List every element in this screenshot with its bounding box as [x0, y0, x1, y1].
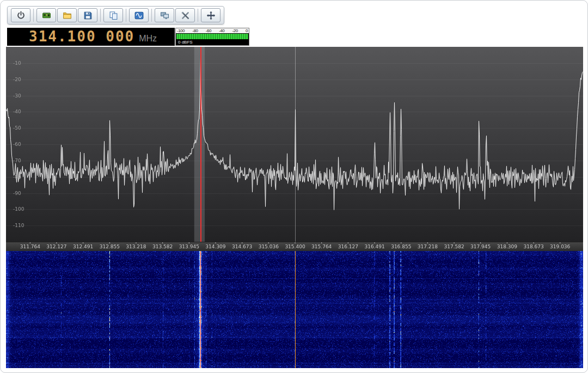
frequency-display[interactable]: 314.100 000 MHz	[7, 28, 175, 46]
meter-scale-label: -100	[177, 28, 185, 33]
power-icon	[16, 11, 26, 20]
power-button[interactable]	[11, 8, 30, 22]
open-file-button[interactable]	[57, 8, 77, 22]
pages-icon	[109, 11, 118, 20]
remote-display-button[interactable]	[155, 8, 174, 22]
toolbar-separator	[151, 9, 152, 22]
meter-scale-label: -40	[219, 28, 224, 33]
frequency-unit: MHz	[139, 30, 157, 44]
save-button[interactable]	[78, 8, 97, 22]
meter-scale-label: -20	[232, 28, 238, 33]
meter-caption: 0 dBFS	[176, 40, 249, 45]
tools-icon	[181, 11, 190, 20]
toolbar-separator	[33, 9, 34, 22]
meter-scale-label: -80	[192, 28, 198, 33]
toolbar-separator	[126, 9, 126, 22]
source-device-button[interactable]	[36, 8, 56, 22]
meter-scale-label: -60	[206, 28, 211, 33]
toolbar-separator	[198, 9, 198, 22]
toolbar	[7, 6, 224, 25]
meter-scale-label: 0	[246, 28, 248, 33]
frequency-value: 314.100 000	[29, 28, 134, 46]
waveform-button[interactable]	[129, 8, 149, 22]
source-device-icon	[42, 11, 51, 20]
meter-scale: -100-80-60-40-200	[176, 28, 249, 33]
dual-monitors-icon	[160, 11, 169, 20]
meter-bar-track	[176, 33, 249, 40]
toolbar-separator	[100, 9, 101, 22]
waterfall-display[interactable]	[6, 251, 583, 368]
meter-bar	[176, 34, 248, 39]
open-folder-icon	[63, 11, 72, 20]
move-arrows-icon	[206, 11, 216, 20]
tools-button[interactable]	[175, 8, 195, 22]
waveform-icon	[134, 11, 144, 20]
app-window: 314.100 000 MHz -100-80-60-40-200 0 dBFS	[0, 0, 588, 373]
spectrum-display[interactable]	[6, 47, 583, 251]
pan-move-button[interactable]	[201, 8, 220, 22]
floppy-disk-icon	[83, 11, 93, 20]
copy-pages-button[interactable]	[103, 8, 123, 22]
level-meter: -100-80-60-40-200 0 dBFS	[175, 28, 249, 46]
